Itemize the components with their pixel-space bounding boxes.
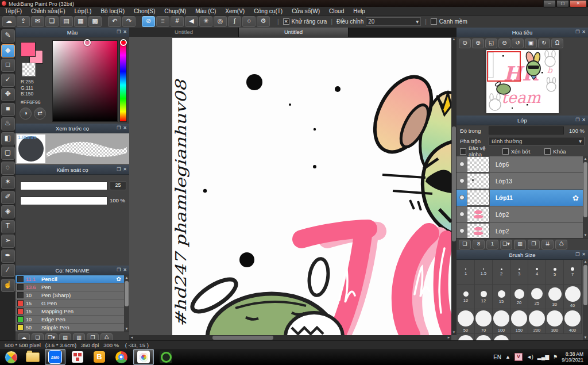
action-center-flag-icon[interactable]: ⚑ [553,354,558,360]
network-signal-icon[interactable]: ▂▄▆ [537,354,549,360]
eyedropper-tool[interactable]: ✒ [1,249,15,263]
parallel-ruler-button[interactable]: ≡ [156,16,169,27]
menu-item[interactable]: Bộ lọc(R) [96,7,129,16]
tray-expand-icon[interactable]: ▲ [505,354,510,360]
layer-visibility-toggle[interactable] [457,228,467,235]
brush-size-header[interactable]: Brush Size ❐✕ [457,250,588,260]
menu-item[interactable]: Màu (C) [191,7,220,16]
eraser-tool[interactable]: ◆ [1,44,15,57]
no-correction-button[interactable]: ⊘ [142,16,155,27]
vanishing-ruler-button[interactable]: ◀ [185,16,198,27]
popout-icon[interactable]: ❐ [575,116,579,125]
zoom-actual-button[interactable]: ⊙ [459,39,471,48]
chrome-button[interactable] [111,349,131,364]
brush-preview-header[interactable]: Xem trước cọ ❐✕ [16,124,129,133]
close-icon[interactable]: ✕ [123,266,127,275]
brush-size-cell[interactable]: 10 [457,285,475,309]
layer-opacity-slider[interactable] [489,126,564,135]
navigator-thumbnail[interactable]: HR team b [486,50,559,113]
close-icon[interactable]: ✕ [582,28,586,37]
brush-size-cell[interactable]: 70 [475,309,493,334]
explorer-button[interactable] [23,349,42,364]
brush-size-cell[interactable]: 5 [546,260,564,285]
brush-size-cell[interactable]: 4 [528,260,546,285]
hue-slider[interactable] [119,40,127,122]
brush-size-cell[interactable]: 150 [510,309,528,334]
palette-icon[interactable]: ◑ [20,107,32,120]
menu-item[interactable]: Cloud [324,7,349,16]
brush-size-cell[interactable]: 1.5 [475,260,493,285]
menu-item[interactable]: Cửa sổ(W) [287,7,324,16]
lock-checkbox[interactable] [544,148,551,155]
popout-icon[interactable]: ❐ [117,165,121,174]
saturation-value-picker[interactable] [52,40,118,122]
menu-item[interactable]: Công cụ(T) [249,7,287,16]
close-icon[interactable]: ✕ [582,116,586,125]
color-panel-header[interactable]: Màu ❐✕ [16,28,129,37]
merge-layer-button[interactable]: ⇊ [541,240,554,249]
brush-tool[interactable]: ✎ [1,29,15,43]
menu-item[interactable]: Tệp(F) [0,7,26,16]
zoom-out-button[interactable]: ⊖ [498,39,510,48]
brush-size-cell[interactable]: 400 [564,309,582,334]
brush-list-header[interactable]: Cọ: NONAME ❐✕ [16,266,129,275]
layer-list-scrollbar[interactable]: ▲ ▼ [583,156,588,238]
duplicate-layer-button[interactable]: ❐ [528,240,540,249]
brush-size-cell[interactable]: 30 [546,285,564,309]
ruler-settings-button[interactable]: ⚙ [257,16,270,27]
brush-size-cell[interactable] [493,334,510,340]
brush-pencil[interactable]: 11.1 Pencil ✿ [16,275,129,283]
menu-item[interactable]: Lớp(L) [70,7,96,16]
canvas-viewport[interactable]: #hd247 phamlegianhuv08 [129,37,451,335]
brush-list-scrollbar[interactable]: ▲ ▼ [124,275,129,332]
add-8bit-layer-button[interactable]: 8 [473,240,485,249]
add-layer-button[interactable]: ❏ [459,240,471,249]
scroll-down-icon[interactable]: ▼ [451,330,457,335]
brush-edge-pen[interactable]: 10 Edge Pen ✿ [16,316,129,324]
menu-item[interactable]: Chỉnh sửa(E) [26,7,70,16]
brush-size-cell[interactable]: 2 [493,260,510,285]
magic-wand-tool[interactable]: ✶ [1,176,15,189]
brush-size-slider[interactable] [20,182,107,190]
operation-tool[interactable]: ➢ [1,235,15,248]
canvas-horizontal-scrollbar[interactable]: ◄ ► [129,335,451,340]
b-app-button[interactable]: B [90,349,109,364]
publish-button[interactable]: ⇪ [17,16,30,27]
brush-size-cell[interactable]: 100 [493,309,510,334]
scroll-up-icon[interactable]: ▲ [451,37,457,42]
figure-tool[interactable]: □ [1,59,15,72]
language-indicator[interactable]: EN [493,354,501,360]
green-app-button[interactable] [156,349,176,364]
layer-lop11[interactable]: Lớp11 ✿ [457,190,588,206]
move-tool[interactable]: ✥ [1,88,15,101]
layer-lop2-b[interactable]: Lớp2 ✿ [457,223,588,238]
transparent-color-swatch[interactable] [22,63,36,76]
window-layout-button[interactable]: ▩ [88,16,102,27]
cross-ruler-button[interactable]: # [171,16,184,27]
main-color-swatch[interactable] [21,42,36,57]
reset-rotation-button[interactable]: ▣ [525,39,537,48]
brush-settings-icon[interactable]: ✿ [117,275,121,283]
brush-mapping-pen[interactable]: 15 Mapping Pen ✿ [16,308,129,316]
brush-size-cell[interactable] [457,334,475,340]
brush-size-cell[interactable]: 15 [493,285,510,309]
menu-item[interactable]: Xem(V) [220,7,249,16]
popout-icon[interactable]: ❐ [117,28,121,37]
bucket-tool[interactable]: ♨ [1,117,15,130]
brush-size-cell[interactable]: 200 [528,309,546,334]
artwork-canvas[interactable]: #hd247 phamlegianhuv08 [129,37,451,335]
brush-g-pen[interactable]: 15 G Pen ✿ [16,299,129,308]
popout-icon[interactable]: ❐ [575,250,579,259]
brush-size-cell[interactable]: 20 [510,285,528,309]
note-button[interactable]: ❏ [45,16,59,27]
layer-visibility-toggle[interactable] [457,162,467,168]
fill-rect-tool[interactable]: ■ [1,103,15,116]
zoom-in-button[interactable]: ⊕ [472,39,484,48]
radial-ruler-button[interactable]: ✳ [199,16,212,27]
rotate-left-button[interactable]: ↺ [512,39,524,48]
concentric-ruler-button[interactable]: ◎ [214,16,227,27]
scroll-right-icon[interactable]: ► [446,335,451,340]
add-layer-folder-button[interactable]: ❏▾ [500,240,512,249]
popout-icon[interactable]: ❐ [117,124,121,133]
brush-control-header[interactable]: Kiểm soát cọ ❐✕ [16,165,129,175]
